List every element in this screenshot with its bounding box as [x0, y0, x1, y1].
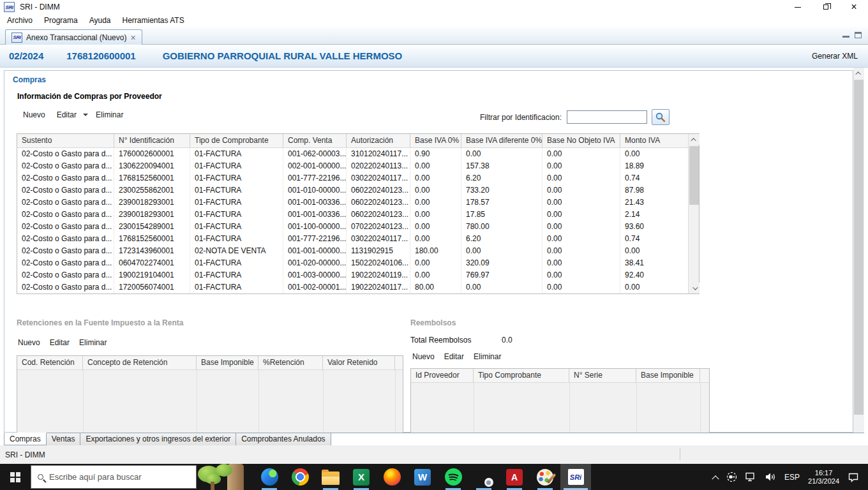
column-header[interactable]: Valor Retenido	[323, 356, 395, 369]
close-button[interactable]: ×	[840, 0, 868, 14]
taskbar-search-input[interactable]	[49, 472, 177, 482]
cell: 02-Costo o Gasto para d...	[17, 160, 114, 172]
column-header[interactable]: Comp. Venta	[283, 134, 347, 147]
column-header[interactable]: Base IVA diferente 0%	[461, 134, 542, 147]
cell: 2300154289001	[114, 221, 190, 233]
bottom-tab[interactable]: Compras	[4, 433, 47, 445]
taskbar-excel-icon[interactable]: X	[346, 464, 377, 490]
taskbar-clock[interactable]: 16:17 21/3/2024	[808, 469, 839, 486]
scroll-thumb[interactable]	[854, 80, 864, 415]
restore-icon	[823, 4, 828, 10]
menu-item[interactable]: Ayuda	[84, 15, 117, 26]
cell: 02-Costo o Gasto para d...	[17, 269, 114, 281]
scroll-up-icon[interactable]	[689, 134, 700, 145]
taskbar-spotify-icon[interactable]	[438, 464, 468, 490]
scroll-up-icon[interactable]	[853, 68, 864, 78]
cell: 01-FACTURA	[190, 172, 283, 184]
view-maximize-icon[interactable]	[855, 32, 862, 38]
table-row[interactable]: 02-Costo o Gasto para d... 2390018293001…	[17, 197, 689, 209]
taskbar-file-explorer-icon[interactable]	[315, 464, 346, 490]
table-row[interactable]: 02-Costo o Gasto para d... 2390018293001…	[17, 209, 689, 221]
table-row[interactable]: 02-Costo o Gasto para d... 1720056074001…	[17, 281, 689, 293]
filter-input[interactable]	[567, 110, 647, 124]
table-row[interactable]: 02-Costo o Gasto para d... 2300154289001…	[17, 221, 689, 233]
scroll-thumb[interactable]	[689, 146, 699, 205]
table-row[interactable]: 02-Costo o Gasto para d... 0604702274001…	[17, 257, 689, 269]
table-row[interactable]: 02-Costo o Gasto para d... 1768152560001…	[17, 172, 689, 184]
taskbar-edge-icon[interactable]	[254, 464, 285, 490]
taskbar-chrome-icon[interactable]	[285, 464, 315, 490]
notification-center-icon[interactable]	[848, 472, 859, 482]
eliminar-button[interactable]: Eliminar	[96, 110, 123, 119]
taskbar-acrobat-icon[interactable]: A	[499, 464, 530, 490]
eliminar-button[interactable]: Eliminar	[474, 352, 501, 361]
bottom-tab[interactable]: Ventas	[47, 433, 81, 446]
column-header[interactable]: Base Imponible	[197, 356, 258, 369]
bottom-tab[interactable]: Exportaciones y otros ingresos del exter…	[80, 433, 236, 446]
table-row[interactable]: 02-Costo o Gasto para d... 1760002600001…	[17, 148, 689, 160]
column-header[interactable]: Base Imponible	[636, 369, 700, 382]
menu-bar: ArchivoProgramaAyudaHerramientas ATS	[0, 14, 868, 27]
table-row[interactable]: 02-Costo o Gasto para d... 1306220094001…	[17, 160, 689, 172]
speaker-icon[interactable]	[765, 472, 776, 482]
cell: 002-001-00000...	[283, 160, 347, 172]
editar-button[interactable]: Editar	[57, 110, 77, 119]
column-header[interactable]: Base No Objeto IVA	[542, 134, 620, 147]
window-title: SRI - DIMM	[20, 3, 60, 11]
tray-chevron-up-icon[interactable]	[712, 475, 719, 482]
nuevo-button[interactable]: Nuevo	[412, 352, 435, 361]
menu-item[interactable]: Programa	[38, 15, 84, 26]
column-header[interactable]: Sustento	[17, 134, 114, 147]
menu-item[interactable]: Archivo	[1, 15, 38, 26]
minimize-button[interactable]	[784, 0, 812, 14]
taskbar-paint-icon[interactable]	[530, 464, 560, 490]
column-header[interactable]: %Retención	[258, 356, 323, 369]
column-header[interactable]: Autorización	[347, 134, 410, 147]
language-indicator[interactable]: ESP	[784, 473, 800, 482]
restore-button[interactable]	[812, 0, 840, 14]
start-button[interactable]	[0, 464, 31, 490]
editar-button[interactable]: Editar	[444, 352, 464, 361]
generar-xml-button[interactable]: Generar XML	[812, 52, 858, 61]
view-minimize-icon[interactable]	[842, 32, 849, 38]
tab-close-icon[interactable]: ×	[130, 34, 135, 41]
taskbar-search[interactable]	[31, 465, 197, 489]
search-highlight-icon[interactable]	[197, 464, 254, 490]
cell: 0.00	[410, 184, 461, 197]
column-header[interactable]: N° Identificación	[114, 134, 190, 147]
editar-button[interactable]: Editar	[50, 338, 70, 347]
nuevo-button[interactable]: Nuevo	[18, 338, 40, 347]
column-header[interactable]: Tipo Comprobante	[474, 369, 569, 382]
table-row[interactable]: 02-Costo o Gasto para d... 1723143960001…	[17, 245, 689, 257]
column-header[interactable]: Cod. Retención	[17, 356, 83, 369]
scroll-down-icon[interactable]	[689, 283, 700, 293]
cell: 0.00	[542, 233, 620, 245]
taskbar-word-icon[interactable]: W	[407, 464, 438, 490]
taskbar-sri-dimm-icon[interactable]: SRi	[560, 464, 591, 490]
bottom-tab[interactable]: Comprobantes Anulados	[236, 433, 331, 446]
tab-anexo-transaccional[interactable]: SRi Anexo Transaccional (Nuevo) ×	[5, 29, 142, 45]
table-row[interactable]: 02-Costo o Gasto para d... 2300255862001…	[17, 184, 689, 197]
column-header[interactable]: Concepto de Retención	[83, 356, 197, 369]
menu-item[interactable]: Herramientas ATS	[117, 15, 190, 26]
cell: 001-003-00000...	[283, 269, 347, 281]
search-icon	[655, 112, 666, 123]
editar-dropdown-icon[interactable]	[83, 114, 88, 116]
nuevo-button[interactable]: Nuevo	[23, 110, 45, 119]
column-header[interactable]: Tipo de Comprobante	[190, 134, 283, 147]
column-header[interactable]: Monto IVA	[620, 134, 689, 147]
column-header[interactable]: N° Serie	[569, 369, 636, 382]
page-scrollbar[interactable]	[853, 68, 864, 445]
taskbar-firefox-icon[interactable]	[377, 464, 407, 490]
column-header[interactable]: Id Proveedor	[411, 369, 474, 382]
taskbar-chrome-app-icon[interactable]	[468, 464, 499, 490]
meet-now-icon[interactable]	[726, 471, 737, 482]
network-icon[interactable]	[745, 472, 757, 482]
tab-label: Anexo Transaccional (Nuevo)	[26, 33, 126, 42]
eliminar-button[interactable]: Eliminar	[79, 338, 107, 347]
filter-search-button[interactable]	[652, 109, 670, 125]
column-header[interactable]: Base IVA 0%	[410, 134, 461, 147]
table-row[interactable]: 02-Costo o Gasto para d... 1768152560001…	[17, 233, 689, 245]
table-scrollbar[interactable]	[688, 134, 699, 293]
table-row[interactable]: 02-Costo o Gasto para d... 1900219104001…	[17, 269, 689, 281]
